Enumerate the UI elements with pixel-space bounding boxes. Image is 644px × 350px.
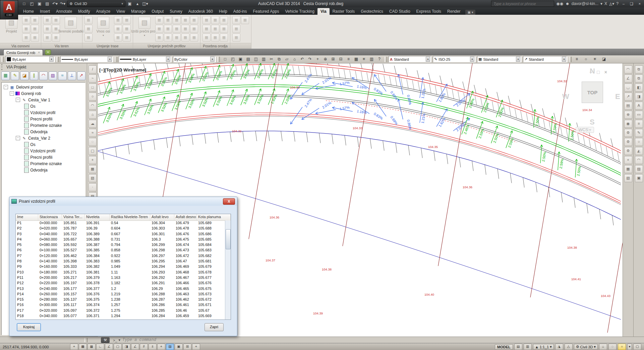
snap-toggle[interactable]: +	[70, 344, 78, 350]
tree-item-os[interactable]: Os	[2, 141, 85, 148]
ribbon-tab-geotechnics[interactable]: Geotechnics	[358, 8, 386, 15]
layer-properties-icon[interactable]: ≡	[345, 56, 352, 63]
cross-section-icon[interactable]: ≈	[58, 71, 66, 80]
ribbon-tab-insert[interactable]: Insert	[37, 8, 53, 15]
redo-icon[interactable]: ↷	[306, 56, 314, 63]
new-file-icon[interactable]: □	[221, 56, 229, 63]
annotation-monitor-toggle[interactable]: +	[192, 344, 200, 350]
grid-dots-toggle[interactable]: ▩	[79, 344, 87, 350]
ribbon-tool-icon[interactable]: ▦	[202, 16, 211, 24]
toolbar-grip[interactable]	[115, 57, 117, 62]
table-row[interactable]: P30+040.000105.722106.3890.667106.301106…	[16, 232, 225, 237]
ribbon-tool-icon[interactable]: ▦	[155, 34, 163, 42]
ribbon-tab-help[interactable]: Help	[216, 8, 230, 15]
ribbon-tool-icon[interactable]: ▦	[211, 16, 219, 24]
zoom-realtime-icon[interactable]: ⊕	[321, 56, 329, 63]
dialog-title-bar[interactable]: Pisani vzdolzni profil X	[9, 197, 237, 206]
profile-icon[interactable]: ◪	[20, 71, 28, 80]
ribbon-tool-icon[interactable]: ▦	[31, 16, 39, 24]
modify-tool-icon[interactable]: ▧	[624, 174, 632, 182]
ribbon-tool-icon[interactable]: ▦	[211, 25, 219, 33]
annotation-visibility-icon[interactable]: ◮	[555, 344, 563, 350]
export-icon[interactable]: ↗	[77, 71, 85, 80]
draw-order-tool-icon[interactable]: ◧	[635, 84, 643, 92]
mleader-style-dropdown[interactable]: ↗Standard▾	[523, 56, 568, 62]
tree-item-vzdolzni-profil[interactable]: Vzdolzni profil	[2, 109, 85, 116]
draw-tool-icon[interactable]: ~	[89, 74, 97, 83]
lineweight-toggle[interactable]: +	[157, 344, 165, 350]
table-row[interactable]: P50+080.000105.592106.3870.794106.299106…	[16, 242, 225, 248]
draw-tool-icon[interactable]: ◠	[89, 102, 97, 110]
chevron-down-icon[interactable]: ▾	[600, 1, 602, 6]
quick-properties-toggle[interactable]: ▣	[175, 344, 183, 350]
ribbon-tab-via[interactable]: Via	[317, 8, 330, 15]
modify-tool-icon[interactable]: ∠	[624, 74, 632, 83]
grid-toggle[interactable]: ▦	[87, 344, 96, 350]
table-row[interactable]: P60+100.000105.527106.3850.858106.298106…	[16, 248, 225, 253]
toolbar-grip[interactable]	[56, 57, 59, 62]
ribbon-tool-icon[interactable]: ▦	[232, 16, 240, 24]
ribbon-tool-icon[interactable]: ▦	[190, 25, 198, 33]
close-button[interactable]: ×	[637, 2, 643, 6]
tree-expander-icon[interactable]: −	[16, 136, 20, 140]
ribbon-tool-icon[interactable]: ▦	[114, 34, 122, 42]
open-button[interactable]: ◰	[28, 1, 35, 7]
tree-item-prometne-oznake[interactable]: Prometne oznake	[2, 122, 85, 129]
modify-tool-icon[interactable]: ⚙	[624, 147, 632, 155]
ribbon-tool-icon[interactable]: ▦	[114, 25, 122, 33]
file-tab[interactable]: Cesta Gorenji rob ×	[3, 49, 43, 55]
modify-tool-icon[interactable]: ◠	[624, 65, 632, 73]
ribbon-tool-icon[interactable]: ▦	[173, 34, 181, 42]
ribbon-tool-icon[interactable]: ▦	[43, 25, 51, 33]
draw-order-tool-icon[interactable]: ✎	[635, 129, 643, 137]
ribbon-tool-icon[interactable]: ▦	[181, 16, 189, 24]
ribbon-tool-icon[interactable]: ▦	[190, 16, 198, 24]
save-icon[interactable]: ▣	[237, 56, 244, 63]
minimize-button[interactable]: –	[621, 2, 627, 6]
table-style-dropdown[interactable]: ▦Standard▾	[477, 56, 522, 62]
ribbon-tool-icon[interactable]: ▦	[164, 16, 172, 24]
layout1-icon[interactable]: ▤	[514, 344, 522, 350]
zoom-window-icon[interactable]: ⊞	[329, 56, 337, 63]
tree-expander-icon[interactable]: −	[4, 85, 8, 89]
modify-tool-icon[interactable]: ◡	[624, 84, 632, 92]
ribbon-tool-icon[interactable]: ▦	[220, 25, 228, 33]
ribbon-tool-icon[interactable]: ▦	[181, 34, 189, 42]
draw-tool-icon[interactable]: ⌂	[89, 111, 97, 119]
ribbon-tool-icon[interactable]: ▦	[43, 16, 51, 24]
ribbon-tool-icon[interactable]: ▦	[220, 34, 228, 42]
tree-expander-icon[interactable]: −	[16, 98, 20, 102]
ribbon-tool-icon[interactable]: ▦	[31, 34, 39, 42]
modify-tool-icon[interactable]: ⚙	[624, 129, 632, 137]
ribbon-tool-icon[interactable]: ▦	[22, 25, 30, 33]
draw-order-tool-icon[interactable]: ⧉	[635, 65, 643, 73]
ribbon-tab-vehicle-tracking[interactable]: Vehicle Tracking	[282, 8, 317, 15]
axis-edit-icon[interactable]: ✎	[11, 71, 19, 80]
customize-wrench-icon[interactable]: ⚒	[101, 337, 110, 343]
column-header-ime[interactable]: Ime	[16, 214, 38, 220]
ribbon-tool-icon[interactable]: ▦	[123, 25, 131, 33]
draw-tool-icon[interactable]: □	[89, 84, 97, 92]
linetype-dropdown[interactable]: ByLayer▾	[60, 56, 113, 62]
ribbon-tab-cad-studio[interactable]: CAD Studio	[386, 8, 413, 15]
column-header-niveleta[interactable]: Niveleta	[85, 214, 110, 220]
toolbar-grip[interactable]	[217, 57, 220, 62]
ribbon-tab-home[interactable]: Home	[20, 8, 37, 15]
render-gallery-button[interactable]: ◫▾	[142, 1, 149, 7]
draw-tool-icon[interactable]: /	[89, 65, 97, 73]
ribbon-tool-icon[interactable]: ▦	[84, 16, 93, 24]
tree-expander-icon[interactable]: −	[10, 91, 14, 96]
ribbon-tab-autodesk-360[interactable]: Autodesk 360	[185, 8, 216, 15]
restore-button[interactable]: ❑	[629, 2, 635, 6]
table-scrollbar[interactable]	[225, 220, 231, 319]
table-row[interactable]: P130+240.000105.177106.3771.2106.29106.4…	[16, 286, 225, 292]
draw-order-tool-icon[interactable]: ▭	[635, 111, 643, 119]
table-row[interactable]: P90+160.000105.333106.3821.049106.294106…	[16, 264, 225, 269]
layer-states-icon[interactable]: ▦	[352, 56, 360, 63]
ribbon-tool-icon[interactable]: ▦	[84, 25, 93, 33]
ribbon-tool-icon[interactable]: ▦	[190, 34, 198, 42]
column-header-asfalt-levo[interactable]: Asfalt levo	[150, 214, 174, 220]
publish-icon[interactable]: ▥	[260, 56, 268, 63]
tree-item-odvodnja[interactable]: Odvodnja	[2, 167, 85, 173]
plot-icon[interactable]: ▤	[244, 56, 252, 63]
